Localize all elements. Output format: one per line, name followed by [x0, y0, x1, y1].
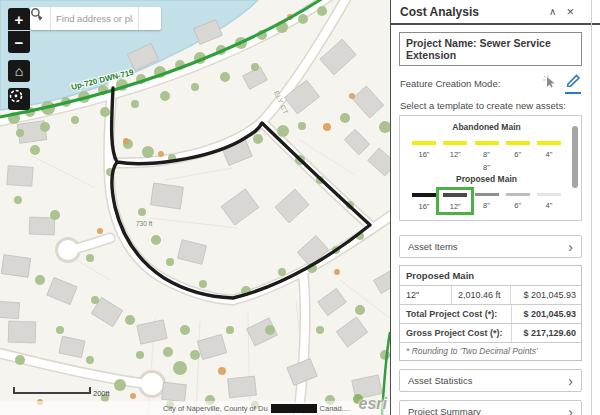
project-summary-label: Project Summary — [408, 406, 568, 415]
search-button[interactable] — [138, 7, 161, 30]
template-item-proposed-4[interactable]: 4" — [534, 191, 564, 211]
line-swatch — [443, 193, 467, 197]
template-size-label: 6" — [503, 150, 533, 159]
magic-cursor-icon — [542, 74, 557, 89]
feature-creation-mode-row: Feature Creation Mode: — [400, 73, 581, 94]
template-group-title: Proposed Main — [404, 174, 569, 184]
line-swatch — [537, 141, 561, 145]
cul-de-sac — [58, 240, 78, 260]
template-size-label: 12" — [440, 202, 470, 211]
cul-de-sac — [141, 373, 163, 395]
collapse-icon[interactable]: ∧ — [549, 7, 556, 17]
map-graphics: Up-720 DWN-719 ELY CT 730 ft 200ft — [0, 0, 390, 415]
total-cost-row: Total Project Cost (*): $ 201,045.93 — [400, 305, 581, 324]
gross-cost-value: $ 217,129.60 — [511, 324, 581, 342]
template-item-abandoned-8-overflow[interactable]: 8" — [404, 163, 569, 172]
scale-label: 200ft — [93, 389, 111, 398]
chevron-right-icon: › — [568, 242, 573, 252]
template-group-title: Proposed Valves — [404, 220, 569, 222]
attribution-text-left: City of Naperville, County of Du — [163, 404, 268, 413]
zoom-in-button[interactable]: + — [8, 8, 30, 30]
template-size-label: 4" — [534, 201, 564, 210]
asset-items-label: Asset Items — [408, 241, 568, 252]
esri-logo: esri — [359, 395, 387, 415]
draw-tool-button[interactable] — [565, 73, 581, 94]
template-list: Abandoned Main 16" 12" 8" — [399, 115, 582, 221]
template-size-label: 4" — [534, 150, 564, 159]
parcel-label: 730 ft — [136, 220, 152, 227]
zoom-out-button[interactable]: − — [8, 31, 30, 53]
template-size-label: 6" — [503, 201, 533, 210]
asset-statistics-label: Asset Statistics — [408, 375, 568, 386]
template-item-abandoned-16[interactable]: 16" — [409, 139, 439, 159]
rounding-note: * Rounding to 'Two Decimal Points' — [400, 343, 581, 360]
cost-table-row: 12" 2,010.46 ft $ 201,045.93 — [400, 286, 581, 305]
smart-select-tool-button[interactable] — [542, 74, 557, 93]
template-size-label: 12" — [440, 150, 470, 159]
project-summary-section[interactable]: Project Summary › — [399, 400, 582, 415]
panel-body: Project Name: Sewer Service Extension Fe… — [391, 25, 600, 415]
home-button[interactable]: ⌂ — [8, 60, 30, 82]
abandoned-main-row: 16" 12" 8" 6" — [404, 139, 569, 159]
line-swatch — [475, 193, 499, 197]
panel-header: Cost Analysis ∧ × — [391, 0, 600, 25]
map-canvas[interactable]: Up-720 DWN-719 ELY CT 730 ft 200ft + − ⌂… — [0, 0, 390, 415]
template-item-abandoned-8[interactable]: 8" — [472, 139, 502, 159]
line-swatch — [506, 193, 530, 197]
redacted-text — [271, 404, 317, 413]
template-item-proposed-8[interactable]: 8" — [472, 191, 502, 211]
template-item-abandoned-4[interactable]: 4" — [534, 139, 564, 159]
feature-creation-mode-label: Feature Creation Mode: — [400, 78, 534, 89]
template-item-proposed-12-selected[interactable]: 12" — [440, 191, 470, 211]
search-icon — [30, 7, 43, 20]
line-swatch — [443, 141, 467, 145]
line-swatch — [412, 193, 436, 197]
project-name-box: Project Name: Sewer Service Extension — [399, 32, 582, 66]
pipe-length-cell: 2,010.46 ft — [452, 286, 511, 304]
locate-icon — [8, 88, 24, 104]
template-size-label: 8" — [472, 150, 502, 159]
template-item-abandoned-6[interactable]: 6" — [503, 139, 533, 159]
template-item-proposed-6[interactable]: 6" — [503, 191, 533, 211]
asset-statistics-section[interactable]: Asset Statistics › — [399, 369, 582, 392]
line-swatch — [475, 141, 499, 145]
app-window: Up-720 DWN-719 ELY CT 730 ft 200ft + − ⌂… — [0, 0, 600, 415]
template-item-abandoned-12[interactable]: 12" — [440, 139, 470, 159]
gross-cost-label: Gross Project Cost (*): — [400, 324, 511, 342]
template-item-proposed-16[interactable]: 16" — [409, 191, 439, 211]
panel-title: Cost Analysis — [400, 5, 539, 19]
pipe-cost-cell: $ 201,045.93 — [511, 286, 581, 304]
total-cost-label: Total Project Cost (*): — [400, 305, 511, 323]
locate-button[interactable] — [8, 88, 30, 110]
template-scrollbar-thumb[interactable] — [572, 126, 578, 188]
template-size-label: 8" — [472, 201, 502, 210]
chevron-right-icon: › — [568, 376, 573, 386]
chevron-right-icon: › — [568, 407, 573, 415]
search-bar: ▼ — [30, 7, 161, 30]
template-size-label: 16" — [409, 150, 439, 159]
close-icon[interactable]: × — [566, 5, 574, 18]
pencil-icon — [565, 73, 581, 87]
cost-table: Proposed Main 12" 2,010.46 ft $ 201,045.… — [399, 265, 582, 361]
attribution-bar: City of Naperville, County of Du Canad..… — [0, 401, 390, 415]
template-group-title: Abandoned Main — [404, 122, 569, 132]
template-size-label: 16" — [409, 202, 439, 211]
line-swatch — [412, 141, 436, 145]
total-cost-value: $ 201,045.93 — [511, 305, 581, 323]
scale-bar: 200ft — [14, 387, 111, 398]
asset-items-section[interactable]: Asset Items › — [399, 235, 582, 258]
cost-analysis-panel: Cost Analysis ∧ × Project Name: Sewer Se… — [390, 0, 600, 415]
gross-cost-row: Gross Project Cost (*): $ 217,129.60 — [400, 324, 581, 343]
pipe-size-cell: 12" — [400, 286, 452, 304]
cost-table-group-header: Proposed Main — [400, 266, 581, 286]
template-select-label: Select a template to create new assets: — [400, 100, 581, 111]
line-swatch — [537, 193, 561, 197]
search-input[interactable] — [51, 7, 138, 30]
proposed-main-row: 16" 12" 8" 6" — [404, 191, 569, 211]
line-swatch — [506, 141, 530, 145]
esri-logo-text: esri — [359, 395, 387, 412]
attribution-text-right: Canad.... — [320, 404, 350, 413]
